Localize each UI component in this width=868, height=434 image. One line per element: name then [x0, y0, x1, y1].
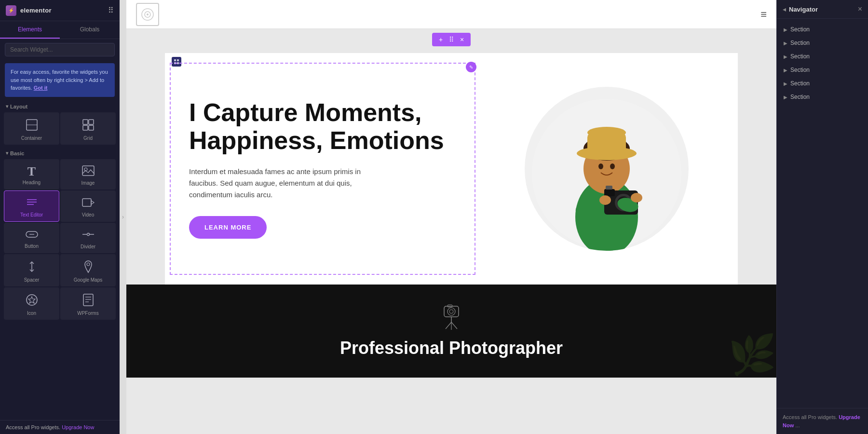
nav-item-arrow-5: ▶	[784, 81, 787, 86]
move-section-btn[interactable]: ⠿	[447, 35, 456, 44]
left-sidebar: ⚡ elementor ⠿ Elements Globals For easy …	[0, 0, 120, 434]
grid-menu-icon[interactable]: ⠿	[108, 6, 114, 15]
widget-grid[interactable]: Grid	[60, 112, 116, 145]
widget-heading[interactable]: T Heading	[4, 159, 59, 190]
sidebar-collapse-handle[interactable]: ›	[120, 0, 126, 434]
basic-widget-grid: T Heading Image	[0, 158, 120, 322]
tab-elements[interactable]: Elements	[0, 21, 60, 39]
widget-list-scroll: Layout Container	[0, 100, 120, 434]
navigator-close-button[interactable]: ×	[858, 5, 862, 14]
navigator-item-1[interactable]: ▶ Section	[777, 23, 868, 36]
widget-video[interactable]: Video	[60, 190, 116, 222]
heading-label: Heading	[23, 180, 41, 185]
top-bar: ≡	[126, 0, 776, 29]
svg-point-53	[631, 193, 642, 203]
nav-item-label-6: Section	[790, 94, 810, 100]
navigator-item-5[interactable]: ▶ Section	[777, 77, 868, 90]
text-editor-icon	[25, 197, 39, 210]
add-section-btn[interactable]: +	[436, 35, 446, 44]
nav-item-arrow-2: ▶	[784, 41, 787, 46]
image-icon	[81, 165, 95, 178]
hero-right-column	[475, 53, 738, 285]
hero-learn-more-button[interactable]: LEARN MORE	[189, 216, 267, 239]
logo-symbol: ⚡	[8, 8, 14, 13]
navigator-footer: Access all Pro widgets. Upgrade Now ...	[777, 408, 868, 434]
site-logo	[136, 3, 159, 26]
navigator-header-left: ◂ Navigator	[783, 5, 818, 13]
button-icon	[25, 229, 39, 242]
hero-title[interactable]: I Capture Moments, Happiness, Emotions	[189, 99, 456, 154]
widget-google-maps[interactable]: Google Maps	[60, 254, 116, 286]
nav-item-label-5: Section	[790, 80, 810, 87]
upgrade-link[interactable]: Upgrade Now	[62, 424, 94, 430]
widget-spacer[interactable]: Spacer	[4, 254, 59, 286]
nav-item-label-1: Section	[790, 26, 810, 33]
favorites-info-box: For easy access, favorite the widgets yo…	[5, 63, 115, 97]
upgrade-text: Access all Pro widgets.	[6, 424, 60, 430]
svg-rect-44	[604, 189, 615, 196]
svg-point-56	[449, 310, 453, 313]
widget-text-editor[interactable]: Text Editor	[4, 190, 59, 222]
svg-rect-11	[82, 199, 91, 206]
section-label-basic[interactable]: Basic	[0, 147, 120, 158]
grid-icon	[81, 118, 95, 134]
sidebar-header-left: ⚡ elementor	[6, 5, 52, 16]
search-input[interactable]	[5, 43, 115, 56]
close-section-btn[interactable]: ×	[457, 35, 467, 44]
svg-point-55	[448, 308, 455, 315]
edit-element-btn[interactable]: ✎	[466, 62, 476, 72]
divider-label: Divider	[81, 244, 95, 249]
footer-section: Professional Photographer 🌿	[126, 285, 776, 378]
section-label-layout[interactable]: Layout	[0, 100, 120, 111]
footer-camera-icon	[437, 304, 466, 330]
info-text: For easy access, favorite the widgets yo…	[11, 69, 108, 91]
navigator-item-6[interactable]: ▶ Section	[777, 90, 868, 104]
main-area: ≡ + ⠿ × ✎ I Capture Mo	[126, 0, 776, 434]
widget-icon[interactable]: Icon	[4, 287, 59, 320]
svg-line-60	[451, 322, 457, 329]
nav-item-arrow-6: ▶	[784, 95, 787, 100]
video-icon	[81, 197, 95, 210]
navigator-header: ◂ Navigator ×	[777, 0, 868, 19]
sidebar-header: ⚡ elementor ⠿	[0, 0, 120, 21]
leaf-decoration: 🌿	[728, 332, 776, 378]
svg-point-16	[87, 233, 89, 235]
video-label: Video	[82, 212, 94, 217]
sidebar-title: elementor	[20, 7, 52, 14]
svg-point-19	[87, 263, 90, 266]
svg-point-41	[598, 163, 603, 169]
footer-title: Professional Photographer	[340, 338, 563, 358]
widget-button[interactable]: Button	[4, 223, 59, 253]
image-label: Image	[81, 180, 95, 186]
navigator-item-2[interactable]: ▶ Section	[777, 36, 868, 50]
svg-rect-49	[606, 186, 612, 190]
navigator-item-4[interactable]: ▶ Section	[777, 63, 868, 77]
widget-wpforms[interactable]: WPForms	[60, 287, 116, 320]
sidebar-upgrade-bar: Access all Pro widgets. Upgrade Now	[0, 420, 120, 434]
hamburger-menu-icon[interactable]: ≡	[760, 8, 767, 21]
svg-rect-2	[83, 120, 88, 124]
widget-container[interactable]: Container	[4, 112, 59, 145]
tab-globals[interactable]: Globals	[60, 21, 120, 39]
container-icon	[25, 118, 39, 134]
svg-rect-22	[83, 294, 93, 306]
section-controls-bar: + ⠿ ×	[432, 33, 471, 46]
elementor-logo-icon: ⚡	[6, 5, 16, 16]
hero-photo-circle	[525, 87, 689, 251]
got-it-link[interactable]: Got it	[34, 85, 48, 91]
container-label: Container	[21, 136, 42, 141]
widget-divider[interactable]: Divider	[60, 223, 116, 253]
heading-icon: T	[27, 165, 36, 178]
svg-point-40	[587, 127, 626, 138]
spacer-icon	[25, 260, 39, 275]
widget-image[interactable]: Image	[60, 159, 116, 190]
navigator-collapse-icon[interactable]: ◂	[783, 5, 786, 13]
sidebar-tabs: Elements Globals	[0, 21, 120, 39]
svg-point-7	[84, 168, 87, 171]
svg-point-52	[599, 195, 611, 205]
navigator-item-3[interactable]: ▶ Section	[777, 50, 868, 63]
hero-left-column: ✎ I Capture Moments, Happiness, Emotions…	[165, 53, 475, 285]
hero-section: ✎ I Capture Moments, Happiness, Emotions…	[165, 53, 738, 285]
hero-description[interactable]: Interdum et malesuada fames ac ante ipsu…	[189, 166, 372, 201]
google-maps-label: Google Maps	[74, 277, 102, 283]
